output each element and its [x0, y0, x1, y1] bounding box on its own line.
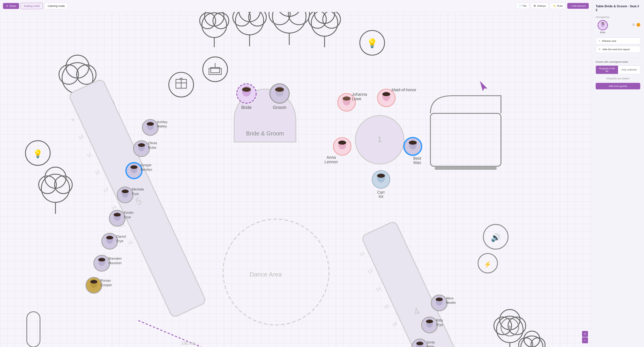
svg-text:Best: Best	[413, 156, 421, 161]
svg-text:15: 15	[383, 303, 390, 310]
canvas-content[interactable]: 💡 💡	[0, 12, 592, 347]
svg-rect-79	[409, 141, 417, 145]
svg-point-180	[602, 24, 603, 25]
svg-text:10: 10	[78, 134, 84, 141]
filter-confirmed-tab[interactable]: Only confirmed	[618, 66, 640, 74]
svg-text:13: 13	[367, 268, 373, 275]
occupied-label: Occupied by: Bride	[596, 16, 610, 34]
toolbar: ✕ Close Seating mode Catering mode 📄 Fil…	[0, 0, 592, 12]
svg-text:Ashley: Ashley	[157, 120, 168, 124]
svg-point-14	[277, 12, 302, 16]
guests-section-title: Guests with unassigned seats:	[596, 60, 640, 63]
seating-mode-button[interactable]: Seating mode	[20, 3, 43, 9]
svg-text:12: 12	[94, 169, 100, 176]
guest-avatar-area: Bride	[596, 20, 610, 34]
svg-rect-110	[130, 165, 138, 169]
svg-text:💡: 💡	[33, 149, 43, 159]
svg-marker-168	[478, 79, 488, 91]
gear-icon[interactable]: ⚙	[632, 23, 635, 27]
svg-text:Benitez: Benitez	[140, 168, 152, 171]
zoom-controls: + −	[582, 331, 588, 343]
catering-mode-button[interactable]: Catering mode	[44, 3, 68, 9]
svg-rect-74	[338, 141, 346, 145]
close-icon: ✕	[6, 4, 8, 7]
venue-svg: 💡 💡	[0, 12, 592, 347]
svg-rect-130	[98, 258, 105, 262]
svg-text:⊕: ⊕	[507, 324, 512, 331]
svg-text:Cooper: Cooper	[100, 283, 112, 287]
svg-text:Kirstin: Kirstin	[124, 211, 134, 215]
zoom-in-button[interactable]: +	[582, 331, 588, 337]
add-element-button[interactable]: + Add element	[567, 3, 589, 9]
svg-text:Anna: Anna	[326, 155, 336, 160]
ruler-icon: 📏	[553, 4, 556, 7]
svg-rect-160	[426, 320, 433, 323]
svg-text:190 inc...: 190 inc...	[181, 341, 199, 346]
svg-text:Frye: Frye	[436, 323, 443, 327]
svg-point-24	[66, 55, 89, 78]
svg-text:Brenden: Brenden	[108, 257, 122, 260]
filter-all-tab[interactable]: All guests in the list	[596, 66, 618, 74]
hotkeys-icon: ⌘	[534, 4, 536, 7]
occupied-section: Occupied by: Bride ⚙	[596, 16, 640, 34]
svg-text:Frye: Frye	[124, 215, 131, 219]
svg-text:Kitty: Kitty	[436, 318, 443, 322]
x-icon: ✕	[598, 39, 600, 42]
svg-text:Hatley: Hatley	[157, 124, 167, 128]
svg-text:⚡: ⚡	[484, 261, 492, 268]
svg-text:Lennon: Lennon	[324, 160, 338, 164]
svg-rect-138	[430, 113, 501, 166]
svg-rect-59	[275, 87, 284, 92]
svg-point-13	[288, 12, 310, 25]
svg-text:Michele: Michele	[132, 187, 144, 191]
svg-rect-105	[138, 143, 145, 147]
svg-rect-155	[436, 298, 443, 301]
ruler-button[interactable]: 📏 Ruler	[550, 3, 566, 9]
svg-text:Bride & Groom: Bride & Groom	[246, 130, 284, 137]
svg-rect-139	[435, 166, 496, 170]
hide-seat-button[interactable]: 👁 Hide this seat from layout	[596, 46, 640, 53]
svg-point-181	[604, 24, 604, 25]
svg-text:Man: Man	[413, 160, 421, 165]
filter-tabs: All guests in the list Only confirmed	[596, 65, 640, 74]
svg-rect-70	[382, 92, 390, 96]
svg-text:Maid-of-honor: Maid-of-honor	[392, 88, 416, 92]
svg-rect-55	[242, 87, 251, 92]
svg-point-179	[601, 22, 604, 27]
svg-text:16: 16	[127, 240, 134, 246]
right-panel: Table Bride & Groom · Seat # 2 Occupied …	[592, 0, 644, 347]
svg-text:Lowe: Lowe	[352, 97, 362, 101]
occupied-row: Occupied by: Bride ⚙	[596, 16, 640, 34]
svg-rect-115	[122, 190, 129, 193]
toolbar-right: 📄 File ⌘ Hotkeys 📏 Ruler + Add element	[516, 3, 589, 9]
divider	[596, 57, 640, 57]
svg-text:Johanna: Johanna	[352, 92, 367, 97]
close-button[interactable]: ✕ Close	[3, 3, 19, 9]
svg-rect-65	[342, 97, 350, 101]
settings-icons: ⚙	[632, 23, 640, 27]
color-dot[interactable]	[636, 23, 640, 27]
file-button[interactable]: 📄 File	[516, 3, 530, 9]
svg-text:11: 11	[86, 152, 92, 158]
svg-text:16: 16	[392, 321, 398, 328]
svg-point-12	[269, 12, 290, 25]
svg-point-46	[203, 57, 227, 81]
zoom-out-button[interactable]: −	[582, 337, 588, 343]
svg-text:Ronan: Ronan	[100, 279, 111, 283]
eye-icon: 👁	[598, 48, 601, 51]
svg-text:1: 1	[378, 135, 382, 144]
svg-text:Houston: Houston	[108, 261, 122, 265]
hotkeys-button[interactable]: ⌘ Hotkeys	[531, 3, 548, 9]
svg-text:14: 14	[375, 286, 382, 292]
release-seat-button[interactable]: ✕ Release seat	[596, 37, 640, 44]
svg-text:Groom: Groom	[273, 105, 286, 110]
add-more-guests-button[interactable]: Add more guests	[596, 83, 640, 89]
guest-avatar	[598, 20, 608, 30]
svg-text:Alice: Alice	[446, 296, 454, 300]
svg-text:Gregor: Gregor	[140, 163, 152, 167]
panel-title: Table Bride & Groom · Seat # 2	[596, 4, 640, 12]
svg-text:Willis: Willis	[426, 345, 434, 347]
svg-text:Nealie: Nealie	[446, 301, 456, 305]
svg-rect-125	[106, 236, 113, 239]
svg-text:12: 12	[358, 251, 365, 257]
